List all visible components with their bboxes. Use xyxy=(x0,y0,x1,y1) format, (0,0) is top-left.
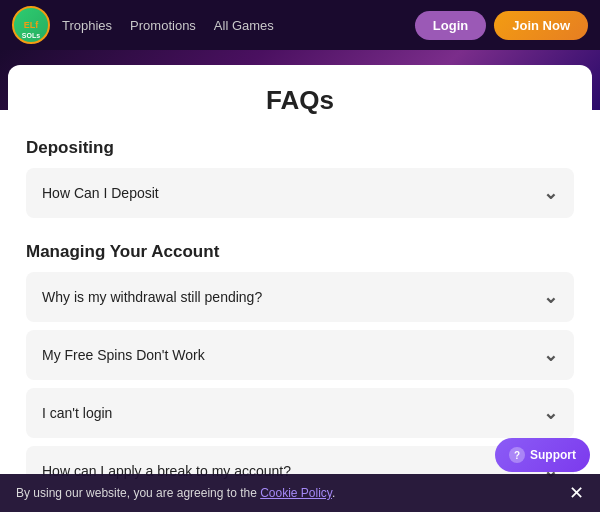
chevron-down-icon: ⌄ xyxy=(543,402,558,424)
cookie-period: . xyxy=(332,486,335,500)
faq-item-login[interactable]: I can't login ⌄ xyxy=(26,388,574,438)
login-button[interactable]: Login xyxy=(415,11,486,40)
faq-label-free-spins: My Free Spins Don't Work xyxy=(42,347,205,363)
faq-label-withdrawal: Why is my withdrawal still pending? xyxy=(42,289,262,305)
header: Trophies Promotions All Games Login Join… xyxy=(0,0,600,50)
logo-area xyxy=(12,6,50,44)
cookie-message: By using our website, you are agreeing t… xyxy=(16,486,257,500)
faq-item-withdrawal[interactable]: Why is my withdrawal still pending? ⌄ xyxy=(26,272,574,322)
cookie-policy-link[interactable]: Cookie Policy xyxy=(260,486,332,500)
chevron-down-icon: ⌄ xyxy=(543,344,558,366)
section-managing: Managing Your Account xyxy=(26,242,574,262)
nav-promotions[interactable]: Promotions xyxy=(130,18,196,33)
cookie-text: By using our website, you are agreeing t… xyxy=(16,486,335,500)
support-button[interactable]: ? Support xyxy=(495,438,590,472)
chevron-down-icon: ⌄ xyxy=(543,286,558,308)
chevron-down-icon: ⌄ xyxy=(543,182,558,204)
cookie-close-button[interactable]: ✕ xyxy=(569,484,584,502)
section-depositing: Depositing xyxy=(26,138,574,158)
faq-label-deposit: How Can I Deposit xyxy=(42,185,159,201)
join-button[interactable]: Join Now xyxy=(494,11,588,40)
page-title: FAQs xyxy=(26,85,574,116)
support-icon: ? xyxy=(509,447,525,463)
nav-trophies[interactable]: Trophies xyxy=(62,18,112,33)
faq-label-login: I can't login xyxy=(42,405,112,421)
nav-all-games[interactable]: All Games xyxy=(214,18,274,33)
cookie-banner: By using our website, you are agreeing t… xyxy=(0,474,600,512)
nav-links: Trophies Promotions All Games xyxy=(62,18,274,33)
logo-icon xyxy=(12,6,50,44)
faq-item-free-spins[interactable]: My Free Spins Don't Work ⌄ xyxy=(26,330,574,380)
support-label: Support xyxy=(530,448,576,462)
faq-item-deposit[interactable]: How Can I Deposit ⌄ xyxy=(26,168,574,218)
header-buttons: Login Join Now xyxy=(415,11,588,40)
